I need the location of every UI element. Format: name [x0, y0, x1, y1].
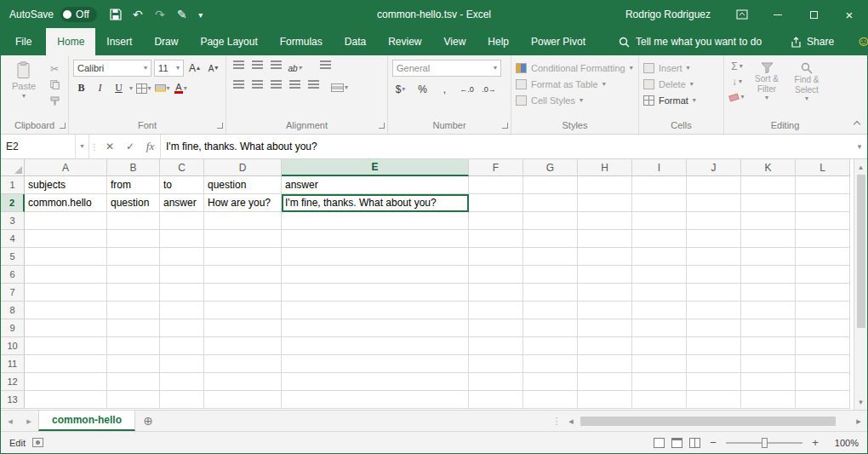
bottom-align-button[interactable] — [268, 60, 284, 77]
cell-I10[interactable] — [632, 337, 687, 355]
cell-A6[interactable] — [25, 266, 107, 284]
cell-H10[interactable] — [578, 337, 632, 355]
cell-G2[interactable] — [523, 194, 578, 212]
user-name[interactable]: Rodrigo Rodriguez — [625, 9, 711, 20]
cell-A4[interactable] — [25, 230, 107, 248]
cell-D10[interactable] — [204, 337, 282, 355]
sort-filter-button[interactable]: Sort & Filter ▾ — [748, 60, 785, 101]
cell-J11[interactable] — [687, 355, 741, 373]
zoom-percentage[interactable]: 100% — [828, 438, 859, 448]
tab-review[interactable]: Review — [377, 28, 432, 55]
cell-F13[interactable] — [469, 391, 523, 409]
column-header-C[interactable]: C — [160, 159, 204, 176]
wrap-text-button[interactable] — [317, 60, 334, 77]
draw-pen-button[interactable]: ✎ — [172, 4, 192, 25]
cell-L2[interactable] — [796, 194, 850, 212]
column-header-L[interactable]: L — [796, 159, 850, 176]
cell-L7[interactable] — [796, 284, 850, 302]
cell-L5[interactable] — [796, 248, 850, 266]
cell-F3[interactable] — [469, 212, 523, 230]
cell-A8[interactable] — [25, 302, 107, 319]
cut-button[interactable]: ✂ — [45, 61, 64, 76]
cell-A1[interactable]: subjects — [25, 176, 107, 194]
cell-H11[interactable] — [578, 355, 632, 373]
decrease-indent-button[interactable] — [287, 80, 303, 96]
percent-format-button[interactable]: % — [414, 81, 431, 97]
top-align-button[interactable] — [231, 60, 247, 77]
cell-H7[interactable] — [578, 284, 632, 302]
increase-decimal-button[interactable]: ←.0 — [459, 81, 475, 97]
cell-H5[interactable] — [578, 248, 632, 266]
cell-F8[interactable] — [469, 302, 523, 319]
grow-font-button[interactable]: A▴ — [186, 60, 203, 77]
cell-B11[interactable] — [107, 355, 160, 373]
cell-K13[interactable] — [741, 391, 796, 409]
cell-B9[interactable] — [107, 319, 160, 337]
cell-H3[interactable] — [578, 212, 632, 230]
h-scroll-right-arrow-icon[interactable]: ▸ — [850, 411, 867, 431]
tab-data[interactable]: Data — [334, 28, 377, 55]
cell-D4[interactable] — [204, 230, 282, 248]
italic-button[interactable]: I — [92, 80, 108, 96]
number-format-combo[interactable]: General ▾ — [392, 60, 501, 77]
delete-cells-button[interactable]: Delete ▾ — [643, 76, 719, 92]
cell-K8[interactable] — [741, 302, 796, 319]
cell-D1[interactable]: question — [204, 176, 282, 194]
column-header-K[interactable]: K — [741, 159, 796, 176]
row-header-3[interactable]: 3 — [1, 212, 25, 230]
cell-F12[interactable] — [469, 373, 523, 391]
vertical-scrollbar[interactable]: ▴ ▾ — [854, 159, 867, 410]
collapse-ribbon-button[interactable] — [854, 121, 860, 128]
cell-C13[interactable] — [160, 391, 204, 409]
currency-format-button[interactable]: $▾ — [392, 81, 408, 97]
cell-L6[interactable] — [796, 266, 850, 284]
cell-I11[interactable] — [632, 355, 687, 373]
row-header-8[interactable]: 8 — [1, 302, 25, 319]
select-all-corner[interactable] — [1, 159, 25, 176]
redo-button[interactable]: ↷ — [150, 4, 170, 25]
cell-J3[interactable] — [687, 212, 741, 230]
row-header-7[interactable]: 7 — [1, 284, 25, 302]
cell-A10[interactable] — [25, 337, 107, 355]
font-family-combo[interactable]: Calibri ▾ — [73, 60, 151, 77]
shrink-font-button[interactable]: A▾ — [205, 60, 221, 77]
cell-A12[interactable] — [25, 373, 107, 391]
clear-button[interactable]: ▾ — [728, 90, 745, 104]
cell-H1[interactable] — [578, 176, 632, 194]
scroll-up-arrow-icon[interactable]: ▴ — [859, 161, 863, 173]
format-painter-button[interactable] — [45, 94, 64, 108]
cell-F9[interactable] — [469, 319, 523, 337]
insert-function-button[interactable]: fx — [140, 135, 161, 158]
undo-button[interactable]: ↶ — [128, 4, 148, 25]
maximize-button[interactable] — [796, 1, 831, 28]
row-header-5[interactable]: 5 — [1, 248, 25, 266]
column-header-G[interactable]: G — [523, 159, 578, 176]
cell-K6[interactable] — [741, 266, 796, 284]
cell-G10[interactable] — [523, 337, 578, 355]
row-header-2[interactable]: 2 — [1, 194, 25, 212]
share-button[interactable]: Share — [791, 28, 834, 55]
column-header-F[interactable]: F — [469, 159, 523, 176]
fill-color-button[interactable]: ▾ — [154, 80, 170, 96]
tab-page-layout[interactable]: Page Layout — [189, 28, 268, 55]
cell-A9[interactable] — [25, 319, 107, 337]
cell-G6[interactable] — [523, 266, 578, 284]
font-color-button[interactable]: A▾ — [173, 80, 189, 96]
tab-home[interactable]: Home — [46, 28, 95, 55]
save-button[interactable] — [106, 4, 126, 25]
tab-splitter-handle[interactable]: ⋮ — [551, 411, 562, 431]
cell-K1[interactable] — [741, 176, 796, 194]
cell-D5[interactable] — [204, 248, 282, 266]
insert-cells-button[interactable]: Insert ▾ — [643, 60, 719, 76]
cell-I12[interactable] — [632, 373, 687, 391]
ribbon-display-options-button[interactable] — [724, 1, 760, 28]
cell-J10[interactable] — [687, 337, 741, 355]
row-header-10[interactable]: 10 — [1, 337, 25, 355]
cell-J8[interactable] — [687, 302, 741, 319]
cell-J4[interactable] — [687, 230, 741, 248]
column-header-I[interactable]: I — [632, 159, 687, 176]
cell-K11[interactable] — [741, 355, 796, 373]
column-header-H[interactable]: H — [578, 159, 632, 176]
column-header-B[interactable]: B — [107, 159, 160, 176]
autosave-toggle[interactable]: Off — [60, 7, 97, 22]
